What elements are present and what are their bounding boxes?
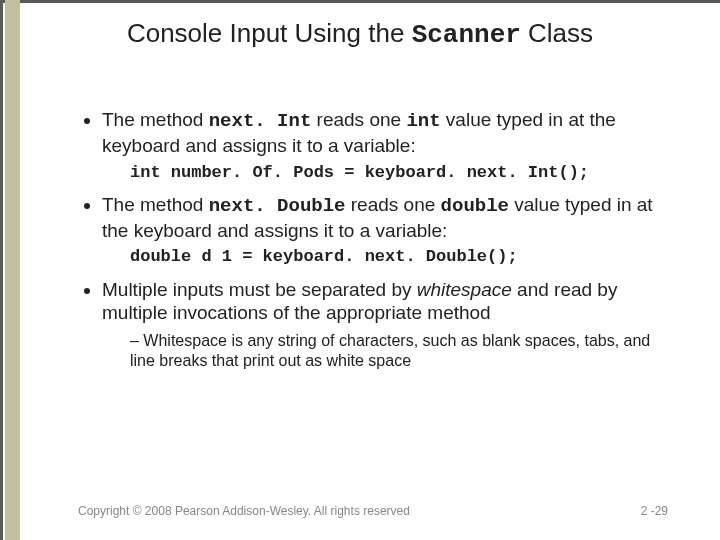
b1-text-b: reads one bbox=[311, 109, 406, 130]
b3-italic: whitespace bbox=[417, 279, 512, 300]
b2-text-b: reads one bbox=[346, 194, 441, 215]
b3-text-a: Multiple inputs must be separated by bbox=[102, 279, 417, 300]
slide: Console Input Using the Scanner Class Th… bbox=[0, 0, 720, 540]
copyright-text: Copyright © 2008 Pearson Addison-Wesley.… bbox=[78, 504, 410, 518]
content-area: The method next. Int reads one int value… bbox=[78, 108, 668, 381]
title-post: Class bbox=[521, 18, 593, 48]
sub-bullet-list: Whitespace is any string of characters, … bbox=[102, 331, 668, 371]
slide-title: Console Input Using the Scanner Class bbox=[0, 18, 720, 50]
bullet-2: The method next. Double reads one double… bbox=[102, 193, 668, 268]
code-line-2: double d 1 = keyboard. next. Double(); bbox=[130, 246, 668, 267]
title-mono: Scanner bbox=[412, 20, 521, 50]
code-line-1: int number. Of. Pods = keyboard. next. I… bbox=[130, 162, 668, 183]
b2-text-a: The method bbox=[102, 194, 209, 215]
b1-text-a: The method bbox=[102, 109, 209, 130]
footer: Copyright © 2008 Pearson Addison-Wesley.… bbox=[78, 504, 668, 518]
page-number: 2 -29 bbox=[641, 504, 668, 518]
top-border bbox=[0, 0, 720, 3]
bullet-3: Multiple inputs must be separated by whi… bbox=[102, 278, 668, 372]
sub-bullet-1: Whitespace is any string of characters, … bbox=[130, 331, 668, 371]
b1-mono-1: next. Int bbox=[209, 110, 312, 132]
left-border-dark bbox=[0, 0, 3, 540]
title-pre: Console Input Using the bbox=[127, 18, 412, 48]
bullet-1: The method next. Int reads one int value… bbox=[102, 108, 668, 183]
left-border-tan bbox=[5, 0, 20, 540]
b2-mono-2: double bbox=[441, 195, 509, 217]
b1-mono-2: int bbox=[406, 110, 440, 132]
bullet-list: The method next. Int reads one int value… bbox=[78, 108, 668, 371]
b2-mono-1: next. Double bbox=[209, 195, 346, 217]
